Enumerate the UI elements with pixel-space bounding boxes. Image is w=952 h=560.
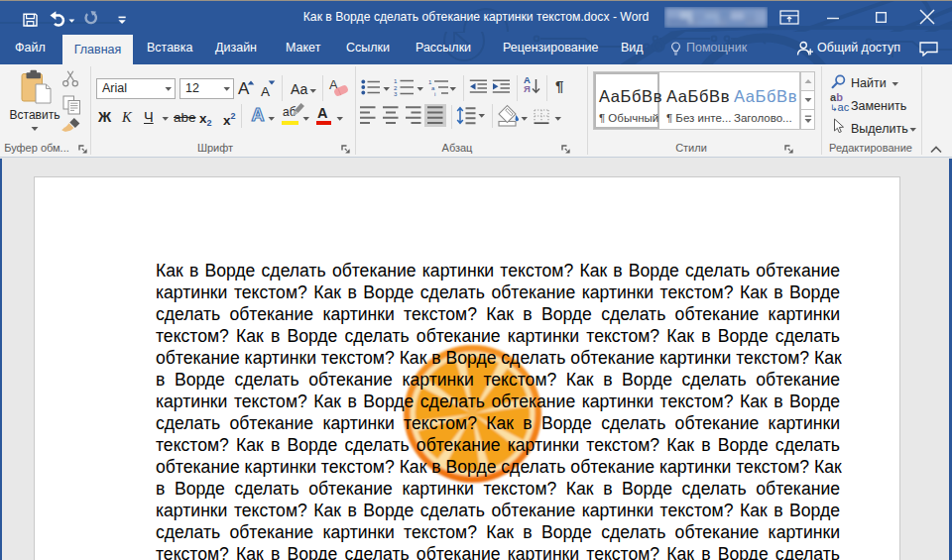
svg-text:i: i bbox=[434, 91, 435, 96]
svg-text:А: А bbox=[252, 105, 265, 125]
svg-text:3: 3 bbox=[394, 90, 398, 96]
svg-text:a: a bbox=[431, 85, 435, 91]
